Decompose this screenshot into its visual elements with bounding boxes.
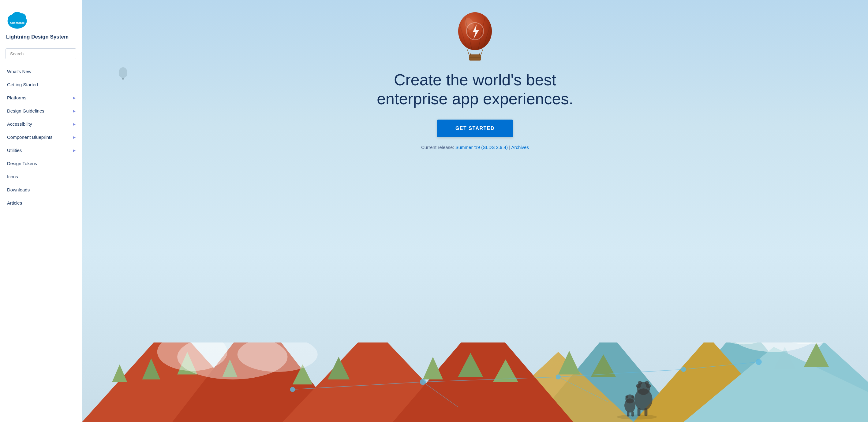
sidebar-item-label: What's New: [7, 69, 32, 74]
chevron-right-icon: ▶: [73, 109, 75, 113]
sidebar-item-label: Accessibility: [7, 121, 32, 127]
chevron-right-icon: ▶: [73, 96, 75, 100]
get-started-button[interactable]: GET STARTED: [437, 120, 513, 137]
hero-headline: Create the world's best enterprise app e…: [377, 70, 573, 108]
search-container: [0, 45, 82, 65]
sidebar-item-icons[interactable]: Icons: [0, 170, 82, 183]
sidebar-item-label: Utilities: [7, 148, 22, 153]
sidebar-title: Lightning Design System: [6, 34, 68, 40]
svg-rect-20: [479, 54, 480, 55]
sidebar-item-accessibility[interactable]: Accessibility ▶: [0, 118, 82, 131]
sidebar-item-whats-new[interactable]: What's New: [0, 65, 82, 78]
sidebar-item-label: Getting Started: [7, 82, 38, 87]
svg-rect-19: [470, 54, 471, 55]
sidebar-item-component-blueprints[interactable]: Component Blueprints ▶: [0, 131, 82, 144]
chevron-right-icon: ▶: [73, 148, 75, 153]
svg-text:salesforce: salesforce: [10, 21, 25, 25]
svg-point-71: [617, 414, 657, 419]
main-content: Create the world's best enterprise app e…: [82, 0, 868, 422]
release-info: Current release: Summer '19 (SLDS 2.9.4)…: [421, 144, 529, 150]
svg-point-61: [638, 381, 642, 385]
sidebar-item-articles[interactable]: Articles: [0, 196, 82, 209]
release-version-link[interactable]: Summer '19 (SLDS 2.9.4): [456, 144, 508, 150]
sidebar-item-utilities[interactable]: Utilities ▶: [0, 144, 82, 157]
sidebar-item-label: Downloads: [7, 187, 30, 192]
sidebar-item-downloads[interactable]: Downloads: [0, 183, 82, 196]
chevron-right-icon: ▶: [73, 135, 75, 139]
svg-point-67: [625, 395, 628, 398]
chevron-right-icon: ▶: [73, 122, 75, 126]
sidebar-item-design-tokens[interactable]: Design Tokens: [0, 157, 82, 170]
sidebar-item-label: Platforms: [7, 95, 26, 100]
sidebar-item-design-guidelines[interactable]: Design Guidelines ▶: [0, 104, 82, 118]
svg-marker-33: [112, 364, 127, 382]
sidebar-navigation: What's New Getting Started Platforms ▶De…: [0, 65, 82, 422]
sidebar-item-getting-started[interactable]: Getting Started: [0, 78, 82, 91]
svg-point-68: [631, 395, 634, 398]
landscape-illustration: [82, 343, 868, 422]
svg-line-15: [467, 50, 469, 55]
sidebar-item-label: Articles: [7, 200, 22, 205]
logo-area: salesforce Lightning Design System: [0, 0, 82, 45]
svg-point-3: [12, 12, 23, 22]
sidebar-item-label: Design Tokens: [7, 161, 37, 166]
svg-line-17: [481, 50, 483, 55]
sidebar-item-label: Design Guidelines: [7, 108, 44, 113]
sidebar-item-platforms[interactable]: Platforms ▶: [0, 91, 82, 104]
sidebar-item-label: Component Blueprints: [7, 135, 52, 140]
sidebar: salesforce Lightning Design System What'…: [0, 0, 82, 422]
hot-air-balloon: [455, 12, 495, 61]
hero-content: Create the world's best enterprise app e…: [82, 0, 868, 150]
balloon-svg: [455, 12, 495, 63]
sidebar-item-label: Icons: [7, 174, 18, 179]
archives-link[interactable]: Archives: [511, 144, 529, 150]
svg-point-62: [645, 381, 649, 385]
salesforce-logo: salesforce: [6, 8, 28, 31]
search-input[interactable]: [5, 48, 76, 59]
